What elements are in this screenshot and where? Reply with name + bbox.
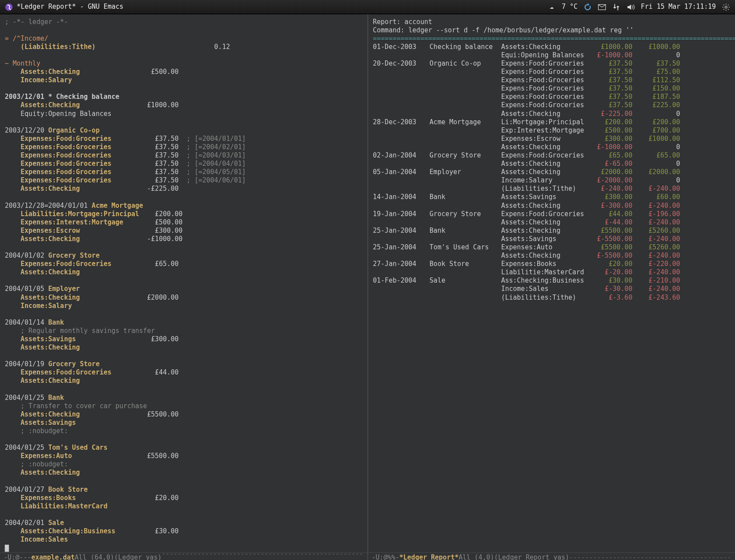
report-row[interactable]: Assets:Checking£-65.000 (373, 160, 730, 168)
source-line[interactable] (5, 26, 363, 35)
source-line[interactable]: Assets:Checking -£1000.00 (5, 235, 363, 243)
source-line[interactable] (5, 477, 363, 486)
report-row[interactable]: Assets:Checking£-5500.00£-240.00 (373, 252, 730, 260)
report-row[interactable]: Assets:Checking£-44.00£-240.00 (373, 218, 730, 227)
report-row[interactable]: Expenses:Escrow£300.00£1000.00 (373, 135, 730, 143)
source-line[interactable]: Assets:Savings £300.00 (5, 335, 363, 343)
source-line[interactable] (5, 243, 363, 252)
source-line[interactable]: Liabilities:MasterCard (5, 502, 363, 511)
source-line[interactable]: Income:Sales (5, 536, 363, 544)
source-line[interactable]: Expenses:Food:Groceries £37.50 ; [=2004/… (5, 168, 363, 177)
report-row[interactable]: 05-Jan-2004EmployerAssets:Checking£2000.… (373, 168, 730, 177)
source-line[interactable] (5, 435, 363, 444)
source-line[interactable]: Expenses:Food:Groceries £37.50 ; [=2004/… (5, 135, 363, 143)
source-line[interactable] (5, 193, 363, 202)
report-row[interactable]: (Liabilities:Tithe)£-240.00£-240.00 (373, 185, 730, 193)
source-line[interactable]: Expenses:Food:Groceries £44.00 (5, 369, 363, 377)
report-row[interactable]: Assets:Checking£-1000.000 (373, 143, 730, 151)
source-line[interactable]: (Liabilities:Tithe) 0.12 (5, 43, 363, 51)
source-line[interactable]: Expenses:Food:Groceries £37.50 ; [=2004/… (5, 151, 363, 160)
report-command[interactable]: Command: ledger --sort d -f /home/borbus… (373, 26, 730, 35)
report-row[interactable]: Expens:Food:Groceries£37.50£75.00 (373, 68, 730, 76)
source-line[interactable]: Expenses:Food:Groceries £65.00 (5, 260, 363, 269)
ledger-source-buffer[interactable]: ; -*- ledger -*- = /^Income/ (Liabilitie… (0, 14, 368, 556)
source-line[interactable] (5, 118, 363, 126)
source-line[interactable]: Assets:Checking (5, 269, 363, 277)
source-line[interactable] (5, 51, 363, 60)
source-line[interactable] (5, 385, 363, 394)
source-line[interactable] (5, 511, 363, 519)
report-row[interactable]: 20-Dec-2003Organic Co-opExpens:Food:Groc… (373, 60, 730, 68)
source-line[interactable]: Assets:Checking £5500.00 (5, 410, 363, 419)
source-line[interactable]: 2003/12/20 Organic Co-op (5, 126, 363, 135)
source-line[interactable] (5, 352, 363, 360)
source-line[interactable]: Expenses:Escrow £300.00 (5, 227, 363, 235)
source-line[interactable]: 2004/01/25 Bank (5, 394, 363, 402)
source-line[interactable]: Assets:Checking £1000.00 (5, 102, 363, 110)
source-line[interactable]: Assets:Checking (5, 469, 363, 477)
ledger-report-buffer[interactable]: Report: accountCommand: ledger --sort d … (368, 14, 735, 556)
source-line[interactable]: 2003/12/01 * Checking balance (5, 93, 363, 102)
source-line[interactable]: 2004/01/02 Grocery Store (5, 252, 363, 260)
source-line[interactable]: Assets:Savings (5, 419, 363, 427)
network-icon[interactable] (612, 3, 620, 11)
source-line[interactable]: 2004/01/25 Tom's Used Cars (5, 444, 363, 452)
source-line[interactable]: Assets:Checking:Business £30.00 (5, 527, 363, 536)
source-line[interactable]: = /^Income/ (5, 35, 363, 43)
source-line[interactable]: ~ Monthly (5, 60, 363, 68)
source-line[interactable]: Assets:Checking -£225.00 (5, 185, 363, 193)
settings-icon[interactable] (722, 3, 730, 11)
report-row[interactable]: Liabilitie:MasterCard£-20.00£-240.00 (373, 269, 730, 277)
source-line[interactable]: 2004/02/01 Sale (5, 519, 363, 527)
source-line[interactable]: Assets:Checking £500.00 (5, 68, 363, 76)
source-line[interactable]: 2004/01/14 Bank (5, 318, 363, 327)
report-row[interactable]: 25-Jan-2004Tom's Used CarsExpenses:Auto£… (373, 243, 730, 252)
report-row[interactable]: Expens:Food:Groceries£37.50£187.50 (373, 93, 730, 102)
source-line[interactable]: ; -*- ledger -*- (5, 18, 363, 26)
report-ruler[interactable]: ========================================… (373, 35, 730, 43)
source-line[interactable]: Income:Salary (5, 302, 363, 310)
source-line[interactable]: 2003/12/28=2004/01/01 Acme Mortgage (5, 202, 363, 210)
source-line[interactable]: Assets:Checking (5, 343, 363, 352)
report-row[interactable]: 25-Jan-2004BankAssets:Checking£5500.00£5… (373, 227, 730, 235)
report-row[interactable]: 02-Jan-2004Grocery StoreExpens:Food:Groc… (373, 151, 730, 160)
source-line[interactable]: ; Transfer to cover car purchase (5, 402, 363, 410)
report-row[interactable]: 19-Jan-2004Grocery StoreExpens:Food:Groc… (373, 210, 730, 218)
report-row[interactable]: Assets:Savings£-5500.00£-240.00 (373, 235, 730, 243)
source-line[interactable] (5, 310, 363, 318)
report-row[interactable]: Exp:Interest:Mortgage£500.00£700.00 (373, 126, 730, 135)
source-line[interactable]: 2004/01/27 Book Store (5, 486, 363, 494)
report-row[interactable]: 01-Dec-2003Checking balanceAssets:Checki… (373, 43, 730, 51)
source-line[interactable] (5, 277, 363, 285)
source-line[interactable] (5, 85, 363, 93)
source-line[interactable]: Expenses:Books £20.00 (5, 494, 363, 502)
source-line[interactable]: Expenses:Auto £5500.00 (5, 452, 363, 461)
source-line[interactable]: 2004/01/19 Grocery Store (5, 360, 363, 369)
source-line[interactable]: Expenses:Food:Groceries £37.50 ; [=2004/… (5, 177, 363, 185)
source-line[interactable]: Equity:Opening Balances (5, 110, 363, 118)
source-line[interactable]: Expenses:Food:Groceries £37.50 ; [=2004/… (5, 143, 363, 151)
report-row[interactable]: 14-Jan-2004BankAssets:Savings£300.00£60.… (373, 193, 730, 202)
report-row[interactable]: Expens:Food:Groceries£37.50£112.50 (373, 77, 730, 85)
report-row[interactable]: Expens:Food:Groceries£37.50£150.00 (373, 85, 730, 93)
left-pane[interactable]: ; -*- ledger -*- = /^Income/ (Liabilitie… (0, 14, 368, 560)
source-line[interactable]: Assets:Checking (5, 377, 363, 385)
report-row[interactable]: Income:Salary£-2000.000 (373, 177, 730, 185)
refresh-icon[interactable] (584, 3, 592, 11)
source-line[interactable]: Expenses:Interest:Mortgage £500.00 (5, 218, 363, 227)
source-line[interactable]: Assets:Checking £2000.00 (5, 294, 363, 302)
report-row[interactable]: 01-Feb-2004SaleAss:Checking:Business£30.… (373, 277, 730, 285)
report-row[interactable]: 28-Dec-2003Acme MortgageLi:Mortgage:Prin… (373, 118, 730, 126)
source-line[interactable]: ; :nobudget: (5, 461, 363, 469)
report-row[interactable]: Income:Sales£-30.00£-240.00 (373, 285, 730, 294)
source-line[interactable] (5, 544, 363, 553)
report-row[interactable]: 27-Jan-2004Book StoreExpenses:Books£20.0… (373, 260, 730, 269)
report-row[interactable]: Assets:Checking£-225.000 (373, 110, 730, 118)
source-line[interactable]: ; Regular monthly savings transfer (5, 327, 363, 335)
source-line[interactable]: Income:Salary (5, 77, 363, 85)
report-row[interactable]: Assets:Checking£-300.00£-240.00 (373, 202, 730, 210)
source-line[interactable]: Expenses:Food:Groceries £37.50 ; [=2004/… (5, 160, 363, 168)
report-row[interactable]: Expens:Food:Groceries£37.50£225.00 (373, 102, 730, 110)
source-line[interactable]: ; :nobudget: (5, 427, 363, 435)
source-line[interactable]: Liabilities:Mortgage:Principal £200.00 (5, 210, 363, 218)
